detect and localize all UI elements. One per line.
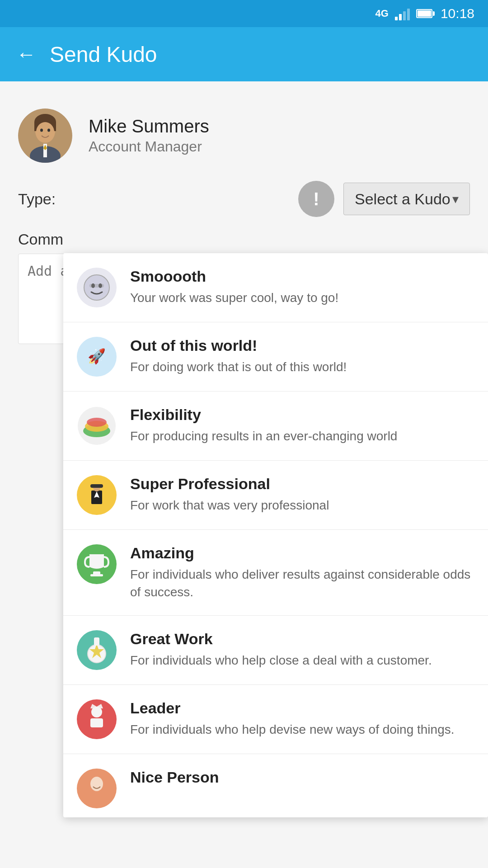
- smooooth-text: Smooooth Your work was super cool, way t…: [130, 268, 474, 307]
- select-kudo-dropdown[interactable]: Select a Kudo ▾: [343, 183, 470, 215]
- chevron-down-icon: ▾: [452, 192, 459, 207]
- out-of-world-icon: 🚀: [77, 337, 117, 377]
- smooooth-title: Smooooth: [130, 268, 474, 285]
- leader-icon: [77, 699, 117, 739]
- kudo-type-icon: !: [298, 181, 334, 217]
- amazing-icon: [77, 544, 117, 584]
- battery-icon: [416, 9, 432, 18]
- leader-title: Leader: [130, 699, 474, 717]
- user-profile: Mike Summers Account Manager: [18, 99, 470, 176]
- amazing-desc: For individuals who deliver results agai…: [130, 566, 474, 601]
- out-of-world-desc: For doing work that is out of this world…: [130, 358, 474, 376]
- user-role: Account Manager: [89, 138, 209, 155]
- super-prof-text: Super Professional For work that was ver…: [130, 475, 474, 514]
- status-bar: 4G 10:18: [0, 0, 488, 27]
- svg-point-20: [87, 418, 107, 427]
- super-prof-desc: For work that was very professional: [130, 496, 474, 514]
- svg-point-6: [40, 129, 43, 132]
- svg-rect-35: [90, 718, 103, 727]
- smooooth-icon: [77, 268, 117, 307]
- great-work-title: Great Work: [130, 630, 474, 648]
- out-of-world-text: Out of this world! For doing work that i…: [130, 337, 474, 376]
- signal-strength-icon: [395, 7, 410, 20]
- kudo-option-amazing[interactable]: Amazing For individuals who deliver resu…: [63, 530, 488, 616]
- amazing-title: Amazing: [130, 544, 474, 562]
- kudo-option-leader[interactable]: Leader For individuals who help devise n…: [63, 685, 488, 754]
- svg-rect-32: [94, 637, 99, 646]
- leader-desc: For individuals who help devise new ways…: [130, 721, 474, 738]
- page-title: Send Kudo: [50, 42, 157, 67]
- app-bar: ← Send Kudo: [0, 27, 488, 81]
- network-type: 4G: [375, 8, 389, 19]
- flexibility-text: Flexibility For producing results in an …: [130, 406, 474, 445]
- type-label: Type:: [18, 190, 56, 208]
- kudo-option-great-work[interactable]: Great Work For individuals who help clos…: [63, 616, 488, 685]
- kudo-dropdown-menu: Smooooth Your work was super cool, way t…: [63, 253, 488, 817]
- select-kudo-label: Select a Kudo: [355, 190, 450, 208]
- kudo-option-out-of-world[interactable]: 🚀 Out of this world! For doing work that…: [63, 322, 488, 392]
- svg-point-39: [90, 777, 103, 791]
- kudo-option-flexibility[interactable]: Flexibility For producing results in an …: [63, 392, 488, 461]
- super-prof-title: Super Professional: [130, 475, 474, 493]
- great-work-icon: [77, 630, 117, 670]
- great-work-desc: For individuals who help close a deal wi…: [130, 651, 474, 669]
- nice-person-title: Nice Person: [130, 769, 474, 786]
- svg-text:🚀: 🚀: [88, 348, 106, 365]
- svg-point-5: [36, 122, 54, 142]
- user-name: Mike Summers: [89, 116, 209, 137]
- amazing-text: Amazing For individuals who deliver resu…: [130, 544, 474, 601]
- smooooth-desc: Your work was super cool, way to go!: [130, 289, 474, 307]
- comment-label: Comm: [18, 231, 63, 248]
- nice-person-text: Nice Person: [130, 769, 474, 790]
- clock: 10:18: [441, 6, 474, 21]
- back-button[interactable]: ←: [16, 43, 36, 66]
- svg-rect-28: [90, 574, 103, 576]
- nice-person-icon: [77, 769, 117, 808]
- type-row: Type: ! Select a Kudo ▾: [18, 176, 470, 226]
- flexibility-icon: [77, 406, 117, 446]
- flexibility-desc: For producing results in an ever-changin…: [130, 427, 474, 445]
- kudo-option-super-professional[interactable]: Super Professional For work that was ver…: [63, 461, 488, 530]
- user-info: Mike Summers Account Manager: [89, 116, 209, 155]
- svg-point-7: [47, 129, 50, 132]
- avatar: [18, 108, 72, 163]
- status-icons: 4G 10:18: [375, 6, 474, 21]
- great-work-text: Great Work For individuals who help clos…: [130, 630, 474, 669]
- super-prof-icon: [77, 475, 117, 515]
- svg-rect-14: [89, 284, 104, 288]
- exclamation-icon: !: [313, 189, 319, 209]
- kudo-option-smooooth[interactable]: Smooooth Your work was super cool, way t…: [63, 253, 488, 322]
- out-of-world-title: Out of this world!: [130, 337, 474, 354]
- leader-text: Leader For individuals who help devise n…: [130, 699, 474, 738]
- svg-rect-25: [90, 484, 103, 488]
- kudo-option-nice-person[interactable]: Nice Person: [63, 754, 488, 817]
- flexibility-title: Flexibility: [130, 406, 474, 424]
